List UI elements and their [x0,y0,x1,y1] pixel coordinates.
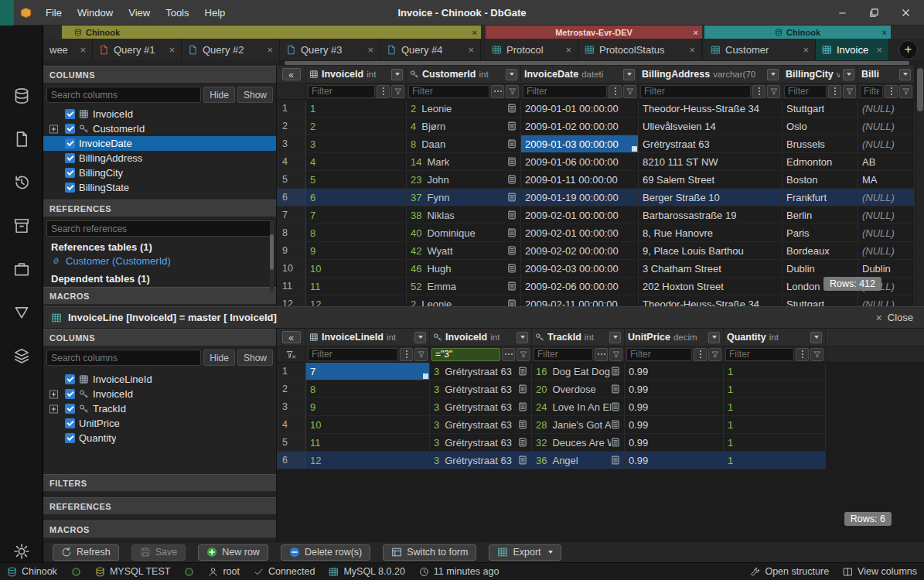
cell[interactable]: (NULL) [858,206,915,224]
checkbox-icon[interactable] [65,389,75,399]
refresh-button[interactable]: Refresh [53,544,119,561]
row-number-cell[interactable]: 10 [277,260,306,278]
column-menu-button[interactable] [391,69,403,80]
tab-query-4[interactable]: Query #4 [380,39,481,60]
cell[interactable]: 9 [306,398,430,416]
open-structure-button[interactable]: Open structure [743,563,836,580]
column-item-invoicelineid[interactable]: InvoiceLineId [43,372,276,387]
filter-input-invoiceid[interactable] [308,85,375,98]
new-tab-button[interactable] [898,40,918,60]
row-number-cell[interactable]: 11 [277,278,306,295]
cell[interactable]: Oslo [783,118,858,135]
column-header-invoiceid[interactable]: InvoiceIdint [430,329,532,346]
cell[interactable]: 9 [306,242,407,260]
close-icon[interactable] [882,28,887,37]
filter-funnel-button[interactable] [767,85,780,98]
cell[interactable]: 2 [306,118,407,135]
sidebar-database-button[interactable] [13,87,30,104]
filter-input-unitprice[interactable] [626,348,692,361]
close-icon[interactable] [468,44,474,56]
close-detail-button[interactable]: Close [876,312,913,324]
references-section-header[interactable]: REFERENCES [43,497,276,515]
column-menu-button[interactable] [708,332,720,343]
column-header-billi[interactable]: Billi [858,66,915,83]
cell[interactable]: 1 [724,363,826,380]
filter-menu-button[interactable] [377,85,390,98]
sidebar-briefcase-button[interactable] [13,261,30,278]
maximize-button[interactable] [868,7,880,19]
checkbox-icon[interactable] [65,433,75,443]
cell[interactable]: 2009-02-03 00:00:00 [521,260,639,278]
column-header-invoicelineid[interactable]: InvoiceLineIdint [306,329,430,346]
cell[interactable]: 23John [407,171,521,189]
cell[interactable]: 3Grétrystraat 63 [430,363,532,380]
filter-funnel-button[interactable] [517,348,530,361]
filter-input-quantity[interactable] [725,348,794,361]
tab-group-chinook-2[interactable]: Chinook [704,26,891,39]
cell[interactable]: 8 [306,224,407,242]
cell[interactable]: Theodor-Heuss-Straße 34 [639,100,783,118]
sidebar-archive-button[interactable] [13,217,30,234]
column-item-unitprice[interactable]: UnitPrice [43,416,276,431]
filter-menu-button[interactable] [609,85,622,98]
checkbox-icon[interactable] [65,153,75,163]
cell[interactable]: (NULL) [858,100,915,118]
row-number-cell[interactable]: 5 [277,434,306,452]
cell[interactable]: 7 [306,206,407,224]
cell[interactable]: (NULL) [858,224,915,242]
panel-scrollbar[interactable] [270,220,274,292]
filter-input-trackid[interactable] [534,348,593,361]
filter-input-invoicedate[interactable] [523,85,607,98]
delete-row-s-button[interactable]: Delete row(s) [281,544,370,561]
column-item-billingstate[interactable]: BillingState [43,180,276,195]
column-item-trackid[interactable]: TrackId [43,401,276,416]
macros-section-header[interactable]: MACROS [43,520,276,538]
cell[interactable]: 12 [306,295,407,306]
row-number-cell[interactable]: 3 [277,398,306,416]
row-number-cell[interactable]: 4 [277,153,306,171]
cell[interactable]: MA [858,171,915,189]
cell[interactable]: 38Niklas [407,206,521,224]
column-menu-button[interactable] [899,69,911,80]
filter-funnel-button[interactable] [391,85,404,98]
cell[interactable]: 2Leonie [407,295,521,306]
filter-input-customerid[interactable] [408,85,489,98]
close-icon[interactable] [689,44,695,56]
cell[interactable]: 8210 111 ST NW [639,153,783,171]
filter-funnel-button[interactable] [414,348,428,361]
cell[interactable]: Edmonton [783,153,858,171]
cell[interactable]: 3Grétrystraat 63 [430,380,532,398]
cell[interactable]: 4 [306,153,407,171]
column-item-invoiceid[interactable]: InvoiceId [43,387,276,401]
status-connected[interactable]: Connected [247,563,322,580]
cell[interactable]: Boston [783,171,858,189]
filter-input-invoicelineid[interactable] [308,348,398,361]
tab-query-2[interactable]: Query #2 [182,39,280,60]
column-menu-button[interactable] [414,332,426,343]
tab-invoice[interactable]: Invoice [816,39,889,60]
cell[interactable]: 14Mark [407,153,521,171]
filter-menu-button[interactable] [595,348,608,361]
cell[interactable]: Paris [783,224,858,242]
references-section-header[interactable]: REFERENCES [43,200,276,217]
cell[interactable]: Brussels [783,135,858,153]
column-header-customerid[interactable]: CustomerIdint [407,66,521,83]
column-menu-button[interactable] [609,332,621,343]
cell[interactable]: 7 [306,363,430,380]
column-menu-button[interactable] [623,69,635,80]
cell[interactable]: (NULL) [858,118,915,135]
columns-section-header[interactable]: COLUMNS [43,66,276,84]
filter-funnel-button[interactable] [843,85,856,98]
checkbox-icon[interactable] [65,374,75,384]
cell[interactable]: 2009-01-02 00:00:00 [521,118,639,135]
export-button[interactable]: Export [489,544,561,561]
macros-section-header[interactable]: MACROS [43,287,276,305]
tab-customer[interactable]: Customer [704,39,816,60]
filter-menu-button[interactable] [694,348,707,361]
cell[interactable]: 2009-01-11 00:00:00 [521,171,639,189]
clear-filters-button[interactable] [277,346,306,362]
checkbox-icon[interactable] [65,404,75,414]
reference-link-customer[interactable]: Customer (CustomerId) [43,254,276,268]
search-references-input[interactable] [46,220,273,237]
cell[interactable]: 16Dog Eat Dog [532,363,625,380]
